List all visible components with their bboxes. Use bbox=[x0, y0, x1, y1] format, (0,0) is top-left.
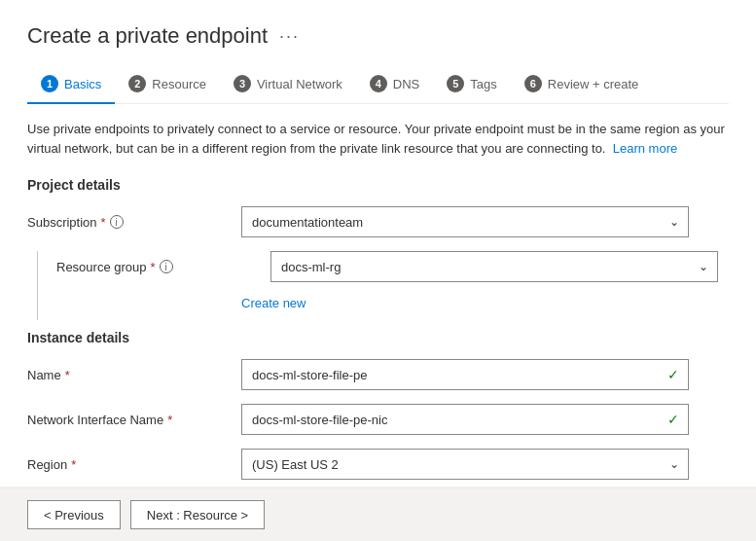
resource-group-required: * bbox=[151, 260, 156, 274]
name-row: Name * ✓ bbox=[27, 359, 729, 390]
resource-group-select-wrapper: docs-ml-rg ⌄ bbox=[270, 251, 718, 282]
tab-tags-label: Tags bbox=[470, 77, 496, 91]
tab-review-create-number: 6 bbox=[524, 75, 542, 92]
create-new-link[interactable]: Create new bbox=[241, 296, 729, 310]
tab-basics[interactable]: 1 Basics bbox=[27, 67, 115, 104]
tabs-container: 1 Basics 2 Resource 3 Virtual Network 4 … bbox=[27, 66, 729, 104]
tab-virtual-network-number: 3 bbox=[234, 75, 251, 92]
name-label: Name * bbox=[27, 368, 241, 382]
subscription-required: * bbox=[101, 215, 106, 230]
network-interface-name-required: * bbox=[167, 413, 172, 427]
tab-dns-number: 4 bbox=[370, 75, 387, 92]
network-interface-name-valid-icon: ✓ bbox=[667, 412, 679, 427]
project-details-section: Project details Subscription * i documen… bbox=[27, 177, 729, 320]
name-input[interactable] bbox=[241, 359, 689, 390]
resource-group-select[interactable]: docs-ml-rg bbox=[270, 251, 718, 282]
page-title-area: Create a private endpoint ··· bbox=[27, 23, 729, 49]
tab-basics-number: 1 bbox=[41, 75, 58, 92]
subscription-select[interactable]: documentationteam bbox=[241, 206, 689, 237]
subscription-row: Subscription * i documentationteam ⌄ bbox=[27, 206, 729, 237]
tab-resource[interactable]: 2 Resource bbox=[115, 67, 220, 104]
tab-resource-number: 2 bbox=[128, 75, 146, 92]
network-interface-name-label: Network Interface Name * bbox=[27, 413, 241, 427]
name-control: ✓ bbox=[241, 359, 689, 390]
indent-line-decoration bbox=[37, 251, 38, 320]
subscription-info-icon[interactable]: i bbox=[110, 215, 124, 229]
region-required: * bbox=[71, 457, 76, 472]
subscription-control: documentationteam ⌄ bbox=[241, 206, 689, 237]
tab-basics-label: Basics bbox=[64, 77, 101, 91]
tab-virtual-network-label: Virtual Network bbox=[257, 77, 342, 91]
name-valid-icon: ✓ bbox=[667, 367, 679, 382]
tab-dns-label: DNS bbox=[393, 77, 419, 91]
tab-tags[interactable]: 5 Tags bbox=[433, 67, 510, 104]
instance-details-title: Instance details bbox=[27, 330, 729, 345]
tab-resource-label: Resource bbox=[152, 77, 206, 91]
resource-group-label: Resource group * i bbox=[56, 260, 270, 274]
resource-group-indent: Resource group * i docs-ml-rg ⌄ Create n bbox=[27, 251, 729, 320]
page-title-dots: ··· bbox=[279, 26, 300, 47]
instance-details-section: Instance details Name * ✓ Network Interf… bbox=[27, 330, 729, 480]
region-row: Region * (US) East US 2 ⌄ bbox=[27, 449, 729, 480]
region-select[interactable]: (US) East US 2 bbox=[241, 449, 689, 480]
tab-virtual-network[interactable]: 3 Virtual Network bbox=[220, 67, 356, 104]
region-control: (US) East US 2 ⌄ bbox=[241, 449, 689, 480]
name-required: * bbox=[65, 368, 70, 382]
page-title: Create a private endpoint bbox=[27, 23, 268, 49]
subscription-select-wrapper: documentationteam ⌄ bbox=[241, 206, 689, 237]
resource-group-control: docs-ml-rg ⌄ bbox=[270, 251, 718, 282]
network-interface-name-input[interactable] bbox=[241, 404, 689, 435]
tab-review-create[interactable]: 6 Review + create bbox=[511, 67, 653, 104]
tab-tags-number: 5 bbox=[447, 75, 464, 92]
region-label: Region * bbox=[27, 457, 241, 472]
learn-more-link[interactable]: Learn more bbox=[613, 141, 677, 156]
region-select-wrapper: (US) East US 2 ⌄ bbox=[241, 449, 689, 480]
main-container: Create a private endpoint ··· 1 Basics 2… bbox=[0, 0, 756, 487]
resource-group-info-icon[interactable]: i bbox=[160, 260, 173, 273]
project-details-title: Project details bbox=[27, 177, 729, 193]
tab-dns[interactable]: 4 DNS bbox=[356, 67, 433, 104]
network-interface-name-control: ✓ bbox=[241, 404, 689, 435]
next-button[interactable]: Next : Resource > bbox=[130, 500, 265, 529]
tab-review-create-label: Review + create bbox=[548, 77, 639, 91]
description-text: Use private endpoints to privately conne… bbox=[27, 120, 728, 158]
previous-button[interactable]: < Previous bbox=[27, 500, 121, 529]
subscription-label: Subscription * i bbox=[27, 215, 241, 230]
resource-group-inner: Resource group * i docs-ml-rg ⌄ Create n bbox=[56, 251, 729, 320]
network-interface-name-row: Network Interface Name * ✓ bbox=[27, 404, 729, 435]
resource-group-row: Resource group * i docs-ml-rg ⌄ bbox=[56, 251, 729, 282]
footer: < Previous Next : Resource > bbox=[0, 487, 756, 541]
